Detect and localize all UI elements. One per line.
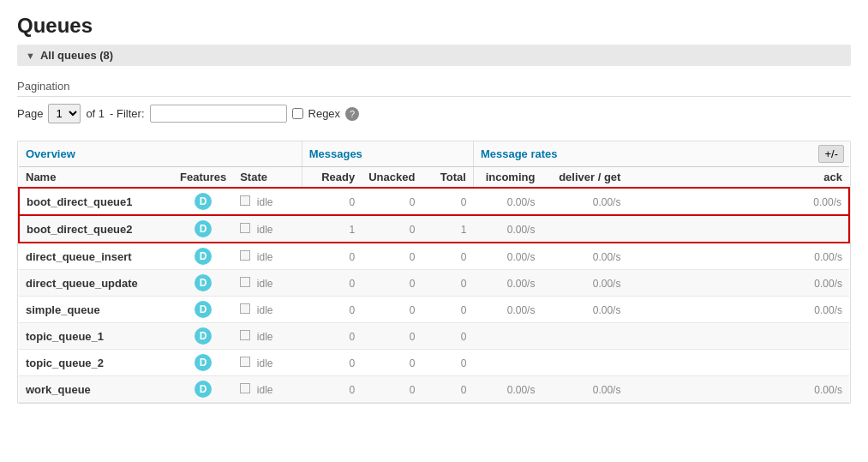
table-row[interactable]: direct_queue_insert D idle 0 0 0 0.00/s … xyxy=(19,243,849,270)
queue-deliver-get-cell: 0.00/s xyxy=(542,243,627,270)
queue-ready-cell: 0 xyxy=(302,350,362,376)
queue-deliver-get-cell xyxy=(542,215,627,243)
queue-state-value: idle xyxy=(257,196,273,208)
queue-state-cell: idle xyxy=(233,297,302,323)
table-row[interactable]: simple_queue D idle 0 0 0 0.00/s 0.00/s … xyxy=(19,297,849,323)
queue-ack-cell: 0.00/s xyxy=(627,188,849,215)
queue-feature-cell: D xyxy=(173,350,233,376)
queue-incoming-cell: 0.00/s xyxy=(473,376,542,403)
queue-state-cell: idle xyxy=(233,243,302,270)
queue-total-cell: 0 xyxy=(422,270,473,297)
table-row[interactable]: work_queue D idle 0 0 0 0.00/s 0.00/s 0.… xyxy=(19,376,849,403)
queue-ack-cell xyxy=(627,215,849,243)
queue-feature-cell: D xyxy=(173,323,233,350)
column-header-row: Name Features State Ready Unacked Total … xyxy=(19,167,849,189)
queue-ack-cell: 0.00/s xyxy=(627,243,849,270)
queue-ready-cell: 1 xyxy=(302,215,362,243)
queue-ack-cell: 0.00/s xyxy=(627,297,849,323)
feature-badge: D xyxy=(195,327,212,345)
queue-deliver-get-cell: 0.00/s xyxy=(542,270,627,297)
queue-ready-cell: 0 xyxy=(302,323,362,350)
col-unacked: Unacked xyxy=(362,167,422,189)
queue-name-cell[interactable]: boot_direct_queue2 xyxy=(19,215,173,243)
state-checkbox-icon xyxy=(240,330,250,340)
regex-checkbox[interactable] xyxy=(292,108,303,119)
feature-badge: D xyxy=(195,274,212,291)
col-name: Name xyxy=(19,167,173,189)
queues-table-wrapper: Overview Messages Message rates +/- Name… xyxy=(17,141,851,404)
queue-unacked-cell: 0 xyxy=(362,323,422,350)
queue-deliver-get-cell xyxy=(542,350,627,376)
feature-badge: D xyxy=(195,248,212,265)
queue-ready-cell: 0 xyxy=(302,297,362,323)
queue-name-cell[interactable]: boot_direct_queue1 xyxy=(19,188,173,215)
queue-name-cell[interactable]: topic_queue_1 xyxy=(19,323,173,350)
pagination-row: Page 1 of 1 - Filter: Regex ? xyxy=(17,104,851,123)
queue-name-cell[interactable]: direct_queue_insert xyxy=(19,243,173,270)
queue-ack-cell xyxy=(627,323,849,350)
queue-total-cell: 0 xyxy=(422,350,473,376)
all-queues-label: All queues (8) xyxy=(40,49,113,62)
feature-badge: D xyxy=(195,220,212,237)
queue-incoming-cell: 0.00/s xyxy=(473,188,542,215)
table-row[interactable]: direct_queue_update D idle 0 0 0 0.00/s … xyxy=(19,270,849,297)
state-checkbox-icon xyxy=(240,303,250,314)
queue-state-value: idle xyxy=(257,331,273,343)
table-row[interactable]: boot_direct_queue2 D idle 1 0 1 0.00/s xyxy=(19,215,849,243)
queue-feature-cell: D xyxy=(173,215,233,243)
all-queues-bar[interactable]: ▼ All queues (8) xyxy=(17,45,851,66)
table-row[interactable]: boot_direct_queue1 D idle 0 0 0 0.00/s 0… xyxy=(19,188,849,215)
queue-state-value: idle xyxy=(257,278,273,290)
page-label: Page xyxy=(17,107,43,120)
queue-incoming-cell: 0.00/s xyxy=(473,297,542,323)
filter-input[interactable] xyxy=(150,105,287,123)
state-checkbox-icon xyxy=(240,357,250,367)
queue-unacked-cell: 0 xyxy=(362,297,422,323)
queue-name-cell[interactable]: work_queue xyxy=(19,376,173,403)
column-group-header-row: Overview Messages Message rates +/- xyxy=(19,141,849,167)
queue-name-cell[interactable]: topic_queue_2 xyxy=(19,350,173,376)
state-checkbox-icon xyxy=(240,277,250,287)
queue-feature-cell: D xyxy=(173,297,233,323)
overview-group-header: Overview xyxy=(19,141,302,167)
queue-total-cell: 0 xyxy=(422,188,473,215)
queue-total-cell: 0 xyxy=(422,243,473,270)
feature-badge: D xyxy=(195,354,212,371)
table-row[interactable]: topic_queue_2 D idle 0 0 0 xyxy=(19,350,849,376)
pagination-section-label: Pagination xyxy=(17,80,851,97)
queues-table-body: boot_direct_queue1 D idle 0 0 0 0.00/s 0… xyxy=(19,188,849,403)
queue-state-cell: idle xyxy=(233,323,302,350)
queue-state-cell: idle xyxy=(233,270,302,297)
queues-table: Overview Messages Message rates +/- Name… xyxy=(18,141,850,403)
rates-group-header: Message rates xyxy=(473,141,627,167)
queue-incoming-cell xyxy=(473,323,542,350)
queue-name-cell[interactable]: simple_queue xyxy=(19,297,173,323)
queue-feature-cell: D xyxy=(173,376,233,403)
queue-name-cell[interactable]: direct_queue_update xyxy=(19,270,173,297)
queue-state-value: idle xyxy=(257,251,273,263)
queue-unacked-cell: 0 xyxy=(362,215,422,243)
col-features: Features xyxy=(173,167,233,189)
page-of-label: of 1 xyxy=(86,107,105,120)
queue-feature-cell: D xyxy=(173,270,233,297)
queue-unacked-cell: 0 xyxy=(362,243,422,270)
queue-incoming-cell: 0.00/s xyxy=(473,215,542,243)
page-select[interactable]: 1 xyxy=(48,104,81,123)
queue-unacked-cell: 0 xyxy=(362,270,422,297)
queue-feature-cell: D xyxy=(173,188,233,215)
col-state: State xyxy=(233,167,302,189)
queue-state-value: idle xyxy=(257,357,273,369)
queue-state-value: idle xyxy=(257,384,273,396)
queue-incoming-cell: 0.00/s xyxy=(473,243,542,270)
queue-state-value: idle xyxy=(257,224,273,236)
col-total: Total xyxy=(422,167,473,189)
regex-label: Regex xyxy=(308,107,341,120)
queue-ready-cell: 0 xyxy=(302,243,362,270)
feature-badge: D xyxy=(195,193,212,210)
plus-minus-button[interactable]: +/- xyxy=(818,145,844,163)
queue-unacked-cell: 0 xyxy=(362,376,422,403)
col-incoming: incoming xyxy=(473,167,542,189)
help-icon[interactable]: ? xyxy=(345,107,359,121)
table-row[interactable]: topic_queue_1 D idle 0 0 0 xyxy=(19,323,849,350)
queue-ready-cell: 0 xyxy=(302,270,362,297)
